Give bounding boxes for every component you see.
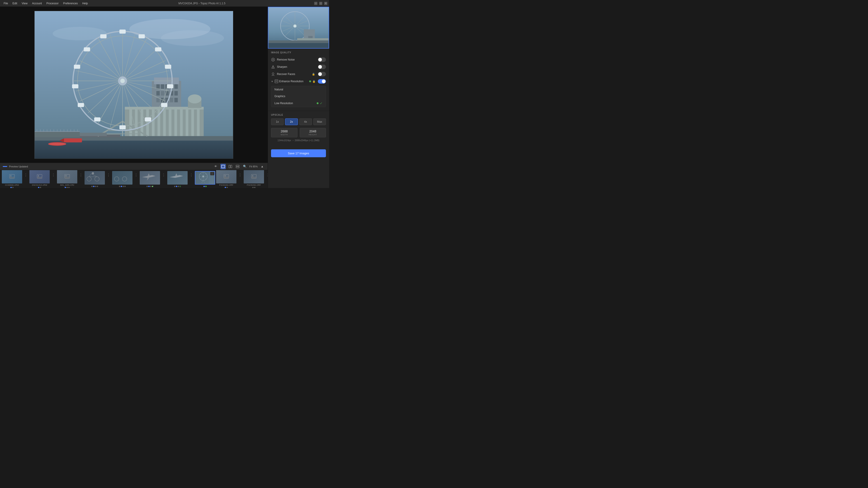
upscale-max-button[interactable]: Max <box>313 119 326 125</box>
film-item-plane2[interactable]: ✓ <box>167 171 188 187</box>
film-more-3[interactable]: ⋮ <box>78 173 84 177</box>
film-options-btn[interactable]: ⋮ <box>210 172 214 175</box>
svg-rect-91 <box>100 34 106 38</box>
save-button[interactable]: Save 17 Images <box>271 149 326 157</box>
recover-faces-label: Recover Faces <box>277 72 310 76</box>
svg-rect-32 <box>180 109 183 139</box>
enhance-active-dot <box>309 80 311 82</box>
menu-edit[interactable]: Edit <box>11 1 19 6</box>
enhance-resolution-row: ▼ Enhance Resolution 🔒 <box>271 78 326 85</box>
enhance-resolution-toggle[interactable] <box>318 79 326 84</box>
svg-point-163 <box>272 73 274 74</box>
bottom-toolbar: Preview Updated 👁 🔍 Fit 85% ▲ <box>0 163 268 170</box>
svg-rect-6 <box>156 84 160 89</box>
upscale-1x-button[interactable]: 1x <box>271 119 284 125</box>
height-box: 2048 HEIGHT <box>300 128 326 137</box>
svg-point-124 <box>92 172 94 174</box>
image-container[interactable] <box>0 7 268 163</box>
minimize-button[interactable]: ─ <box>314 2 317 5</box>
enhance-resolution-label: Enhance Resolution <box>279 80 308 83</box>
svg-rect-113 <box>236 165 239 166</box>
svg-rect-92 <box>64 138 82 142</box>
zoom-icon: 🔍 <box>242 164 248 169</box>
svg-rect-27 <box>152 109 155 139</box>
film-item-dsc01313[interactable]: DSC01313.ARW <box>29 170 50 188</box>
dimension-row: 2688 WIDTH 2048 HEIGHT <box>271 128 326 137</box>
svg-rect-31 <box>174 109 177 139</box>
film-more-4[interactable]: ⋮ <box>106 173 111 177</box>
zoom-expand-button[interactable]: ▲ <box>259 164 265 169</box>
menubar: File Edit View Account Processor Prefere… <box>0 0 329 7</box>
sharpen-toggle[interactable] <box>318 65 326 69</box>
film-name: IMG_0455.CR2 <box>60 184 74 186</box>
film-more-7[interactable]: ⋮ <box>188 173 194 177</box>
option-graphics[interactable]: Graphics <box>271 93 326 100</box>
option-natural[interactable]: Natural <box>271 86 326 93</box>
svg-rect-15 <box>174 91 178 95</box>
svg-point-37 <box>188 94 202 103</box>
film-more-5[interactable]: ⋮ <box>133 173 139 177</box>
upscale-4x-button[interactable]: 4x <box>299 119 312 125</box>
film-item-cycling1[interactable] <box>85 171 105 187</box>
film-item-img0455[interactable]: IMG_0455.CR2 <box>57 170 77 188</box>
film-item-ferris-active[interactable]: ⋮ <box>195 171 215 187</box>
menu-help[interactable]: Help <box>81 1 90 6</box>
film-item-cycling2[interactable] <box>112 171 132 187</box>
ferris-wheel-svg <box>35 11 233 159</box>
svg-point-137 <box>225 175 226 176</box>
menu-account[interactable]: Account <box>30 1 43 6</box>
menu-preferences[interactable]: Preferences <box>61 1 80 6</box>
film-item-p3230260[interactable]: P3230260.ORF <box>216 170 237 188</box>
recover-faces-toggle[interactable] <box>318 72 326 76</box>
preview-badge <box>3 166 7 167</box>
upscale-section: UPSCALE 1x 2x 4x Max 2688 WIDTH 2048 HEI… <box>268 111 329 147</box>
option-low-resolution-label: Low Resolution <box>274 102 293 105</box>
maximize-button[interactable]: □ <box>319 2 322 5</box>
film-more-1[interactable]: ⋮ <box>23 173 29 177</box>
svg-rect-88 <box>72 84 79 88</box>
svg-rect-110 <box>221 165 225 168</box>
svg-point-152 <box>293 24 297 28</box>
menu-view[interactable]: View <box>20 1 29 6</box>
svg-point-121 <box>87 177 91 181</box>
film-name: DSC01313.ARW <box>32 184 47 186</box>
option-natural-label: Natural <box>274 88 283 91</box>
split-view-button[interactable] <box>228 164 233 169</box>
close-button[interactable]: ✕ <box>324 2 327 5</box>
option-low-resolution[interactable]: Low Resolution ✓ <box>271 100 326 107</box>
resize-info: 1344x1024px → 2688x2048px (+11.2MB) <box>271 139 326 142</box>
window-title: MVC04334.JPG - Topaz Photo AI 1.1.5 <box>91 2 313 5</box>
film-item-p3230292[interactable]: P3230292.ORF <box>244 170 264 188</box>
svg-point-126 <box>122 177 127 181</box>
eye-button[interactable]: 👁 <box>213 164 219 169</box>
recover-faces-lock-icon: 🔒 <box>312 73 315 76</box>
zoom-level: Fit 85% <box>249 165 258 168</box>
film-more-8[interactable]: ⋮ <box>237 173 243 177</box>
svg-line-133 <box>202 181 203 183</box>
window-controls: ─ □ ✕ <box>314 2 327 5</box>
enhance-chevron-icon[interactable]: ▼ <box>271 80 273 83</box>
image-quality-section: IMAGE QUALITY Remove Noise Sharpen <box>268 48 329 111</box>
film-item-plane1[interactable]: ✓ <box>140 171 160 187</box>
upscale-2x-button[interactable]: 2x <box>285 119 298 125</box>
main-image <box>34 11 233 159</box>
svg-rect-25 <box>141 109 143 139</box>
single-view-button[interactable] <box>220 164 226 169</box>
upscale-title: UPSCALE <box>271 113 326 116</box>
remove-noise-row: Remove Noise <box>271 56 326 63</box>
remove-noise-toggle[interactable] <box>318 57 326 62</box>
right-panel: IMAGE QUALITY Remove Noise Sharpen <box>268 7 329 188</box>
dual-view-button[interactable] <box>235 164 240 169</box>
recover-faces-row: Recover Faces 🔒 <box>271 70 326 78</box>
sharpen-row: Sharpen <box>271 63 326 70</box>
film-more-6[interactable]: ⋮ <box>161 173 166 177</box>
preview-thumbnail <box>268 7 329 48</box>
svg-rect-10 <box>174 84 178 89</box>
check-mark: ✓ <box>320 101 322 105</box>
film-more-9[interactable]: ⋮ <box>265 173 268 177</box>
width-label: WIDTH <box>274 133 295 136</box>
film-item-cc00690[interactable]: CC00690.ARW <box>2 170 22 188</box>
menu-file[interactable]: File <box>2 1 10 6</box>
film-more-2[interactable]: ⋮ <box>51 173 56 177</box>
menu-processor[interactable]: Processor <box>44 1 60 6</box>
